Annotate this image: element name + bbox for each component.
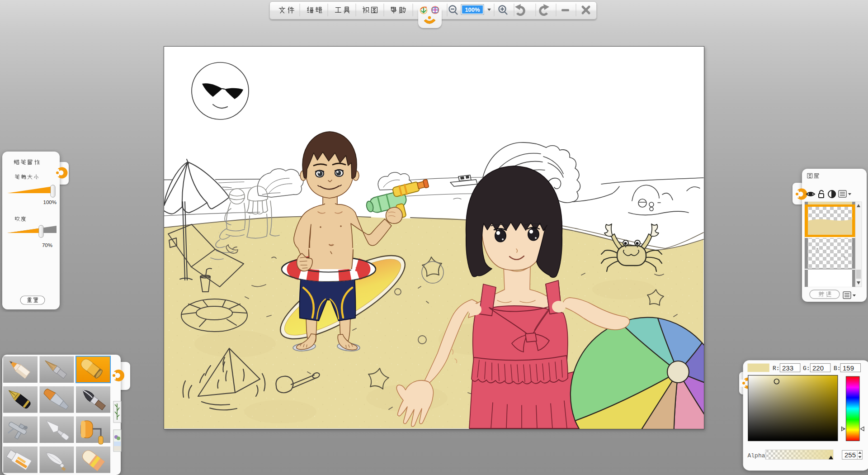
- svg-text:220: 220: [812, 364, 824, 372]
- svg-text:255: 255: [844, 451, 856, 459]
- svg-text:100%: 100%: [465, 6, 480, 13]
- svg-text:233: 233: [782, 364, 793, 372]
- svg-text:70%: 70%: [42, 242, 52, 248]
- svg-text:B:: B:: [834, 365, 841, 372]
- svg-text:100%: 100%: [43, 200, 57, 205]
- svg-text:Alpha: Alpha: [748, 452, 765, 459]
- svg-text:G:: G:: [803, 365, 810, 372]
- svg-text:R:: R:: [773, 365, 780, 372]
- svg-text:159: 159: [843, 364, 854, 372]
